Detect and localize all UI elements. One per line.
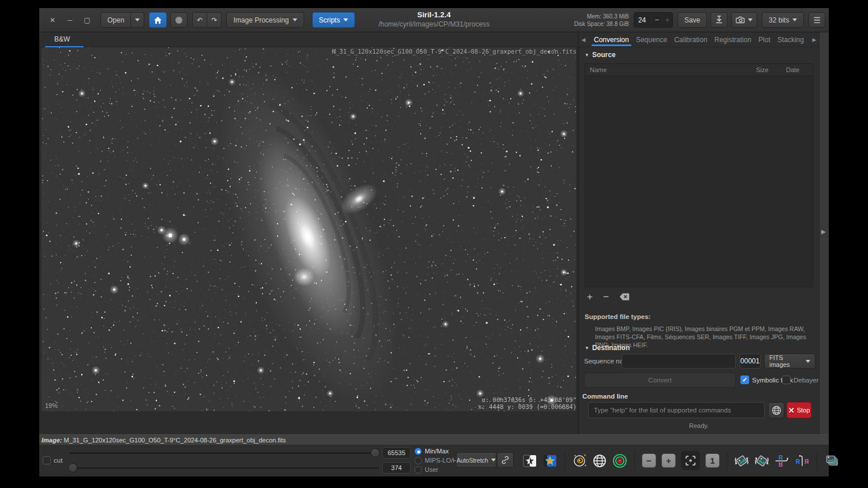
zoom-out-button[interactable]: − <box>642 453 656 468</box>
column-name[interactable]: Name <box>585 66 756 73</box>
tab-sequence[interactable]: Sequence <box>633 33 671 46</box>
download-icon <box>715 16 723 24</box>
radio-user[interactable]: User <box>414 465 459 474</box>
debayer-checkbox[interactable] <box>782 376 791 384</box>
convert-button[interactable]: Convert <box>584 373 736 388</box>
rotate-left-button[interactable] <box>734 453 749 468</box>
zoom-100-button[interactable]: 1 <box>705 453 720 468</box>
cut-checkbox[interactable] <box>43 456 51 464</box>
radio-mips-label: MIPS-LO/HI <box>425 457 459 464</box>
clear-list-icon[interactable] <box>619 293 630 301</box>
photometry-button[interactable] <box>612 453 627 468</box>
thread-increment-button[interactable]: + <box>662 16 672 24</box>
sequence-list-button[interactable] <box>824 453 839 468</box>
link-channels-button[interactable] <box>497 452 514 468</box>
annotations-button[interactable] <box>572 453 587 468</box>
source-expander[interactable]: ▼Source <box>585 51 616 59</box>
m31-image[interactable] <box>42 47 576 411</box>
zoom-in-button[interactable]: + <box>661 453 676 468</box>
record-button[interactable] <box>170 12 188 28</box>
check-icon: ✓ <box>742 376 747 384</box>
radio-user-button[interactable] <box>414 466 422 474</box>
image-viewport: B&W M_31_G_120x120sec_G100_O50_T-9°C_202… <box>39 32 578 434</box>
home-button[interactable] <box>149 12 167 28</box>
chevron-down-icon <box>792 18 797 21</box>
snapshot-button[interactable] <box>731 12 757 28</box>
close-window-icon[interactable]: ✕ <box>44 16 61 24</box>
toolbar-separator <box>727 451 727 471</box>
low-value-field[interactable]: 374 <box>382 462 411 474</box>
bit-depth-dropdown[interactable]: 32 bits <box>762 12 804 28</box>
tabs-scroll-right-icon[interactable]: ▶ <box>810 37 819 43</box>
column-date[interactable]: Date <box>786 66 813 73</box>
command-line-row: ✕ Stop <box>579 402 819 418</box>
hamburger-menu-button[interactable]: ☰ <box>809 12 825 28</box>
scripts-menu[interactable]: Scripts <box>312 12 356 28</box>
redo-button[interactable]: ↷ <box>207 12 222 28</box>
filetype-value: FITS images <box>769 354 802 368</box>
fit-to-window-button[interactable] <box>681 451 700 470</box>
tab-stacking[interactable]: Stacking <box>774 33 807 46</box>
high-value-field[interactable]: 65535 <box>382 447 411 459</box>
thread-spinner[interactable]: 24 − + <box>634 12 673 28</box>
status-ready: Ready. <box>579 422 819 429</box>
image-canvas-area[interactable]: M_31_G_120x120sec_G100_O50_T-9°C_2024-08… <box>39 47 578 434</box>
chevron-down-icon <box>135 18 140 21</box>
cut-option[interactable]: cut <box>43 456 62 464</box>
rotate-right-icon <box>754 453 769 468</box>
start-index-field[interactable]: 00001 <box>739 354 761 369</box>
low-threshold-slider[interactable] <box>69 464 379 472</box>
tab-conversion[interactable]: Conversion <box>590 33 633 46</box>
tabs-scroll-left-icon[interactable]: ◀ <box>579 37 588 43</box>
zoom-level: 19% <box>45 402 58 409</box>
command-input[interactable] <box>588 402 765 418</box>
minimize-window-icon[interactable]: ─ <box>61 16 78 24</box>
tab-plot[interactable]: Plot <box>755 33 774 46</box>
rotate-right-button[interactable] <box>754 453 769 468</box>
flip-vertical-button[interactable]: RR <box>775 453 790 468</box>
column-size[interactable]: Size <box>756 66 786 73</box>
image-processing-menu[interactable]: Image Processing <box>226 12 304 28</box>
sequence-name-row: Sequence name: 00001 FITS images <box>579 354 819 369</box>
false-color-button[interactable] <box>542 453 558 468</box>
undo-button[interactable]: ↶ <box>192 12 207 28</box>
command-help-button[interactable] <box>768 402 784 418</box>
destination-expander[interactable]: ▼Destination <box>585 344 630 352</box>
display-mode-radios: Min/Max MIPS-LO/HI User <box>414 446 459 474</box>
radio-minmax[interactable]: Min/Max <box>414 446 459 456</box>
celestial-grid-button[interactable] <box>592 453 607 468</box>
radio-mips[interactable]: MIPS-LO/HI <box>414 456 459 465</box>
stretch-mode-dropdown[interactable]: AutoStretch <box>456 452 496 468</box>
filetype-dropdown[interactable]: FITS images <box>764 354 815 369</box>
slider-track <box>69 452 379 454</box>
tab-registration[interactable]: Registration <box>711 33 755 46</box>
maximize-window-icon[interactable]: ▢ <box>78 16 96 24</box>
high-slider-handle[interactable] <box>371 448 380 457</box>
source-file-table[interactable]: Name Size Date <box>585 63 813 287</box>
radio-minmax-button[interactable] <box>414 448 422 455</box>
save-as-button[interactable] <box>710 12 728 28</box>
celestial-coordinates: α: 00h37m36s δ: +43°08'09" x: 4448 y: 00… <box>478 396 577 410</box>
tab-calibration[interactable]: Calibration <box>671 33 710 46</box>
tab-bw[interactable]: B&W <box>45 34 84 46</box>
channel-tabbar: B&W <box>39 32 578 47</box>
negative-view-button[interactable] <box>522 453 537 468</box>
thread-decrement-button[interactable]: − <box>652 16 662 24</box>
camera-icon <box>736 16 746 24</box>
open-dropdown-button[interactable] <box>131 12 144 28</box>
high-threshold-slider[interactable] <box>69 449 379 457</box>
debayer-option[interactable]: Debayer <box>782 376 818 384</box>
app-title: Siril-1.2.4 <box>379 10 490 20</box>
radio-mips-button[interactable] <box>414 457 422 464</box>
remove-files-button[interactable]: − <box>603 292 609 302</box>
flip-horizontal-button[interactable]: RR <box>795 453 810 468</box>
save-button[interactable]: Save <box>678 12 707 28</box>
sequence-name-input[interactable] <box>622 354 736 369</box>
symbolic-link-checkbox[interactable]: ✓ <box>740 376 749 384</box>
stop-button[interactable]: ✕ Stop <box>787 402 811 418</box>
panel-collapse-strip[interactable]: ▶ <box>819 32 829 434</box>
low-slider-handle[interactable] <box>68 463 77 472</box>
open-button[interactable]: Open <box>100 12 131 28</box>
view-toolbar: − + 1 RR RR <box>522 445 839 476</box>
add-files-button[interactable]: + <box>587 292 593 302</box>
